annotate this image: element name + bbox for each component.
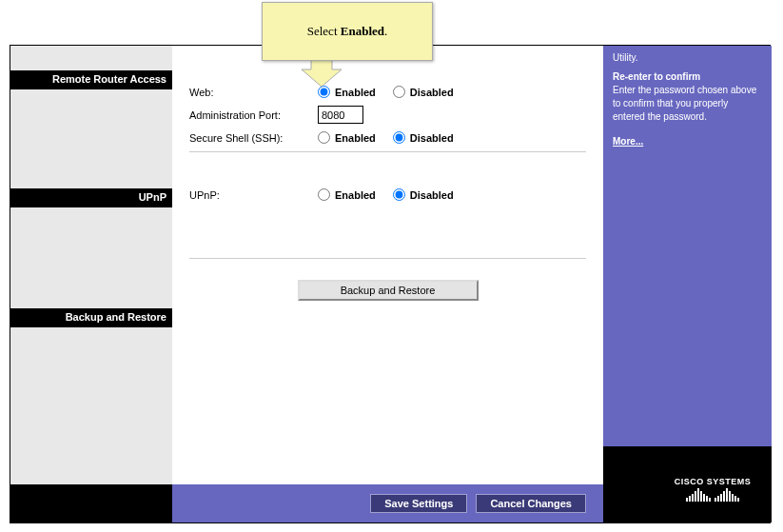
label-ssh: Secure Shell (SSH): bbox=[189, 132, 318, 144]
section-remote-router-access: Remote Router Access bbox=[10, 70, 172, 89]
divider-1 bbox=[189, 151, 586, 152]
form-area: Web: Enabled Disabled Administration Por… bbox=[172, 46, 603, 486]
help-panel: Utility. Re-enter to confirm Enter the p… bbox=[603, 46, 772, 486]
callout-bold: Enabled bbox=[341, 24, 384, 38]
label-ssh-enabled: Enabled bbox=[335, 132, 376, 144]
cancel-changes-button[interactable]: Cancel Changes bbox=[476, 494, 586, 513]
cisco-text: CISCO SYSTEMS bbox=[661, 477, 764, 486]
input-admin-port[interactable] bbox=[318, 106, 363, 124]
radio-ssh-disabled[interactable] bbox=[393, 131, 405, 144]
radio-ssh-enabled[interactable] bbox=[318, 131, 330, 144]
row-web: Web: Enabled Disabled bbox=[189, 86, 586, 98]
radio-web-enabled[interactable] bbox=[318, 86, 330, 98]
callout-arrow-icon bbox=[302, 60, 342, 87]
radio-upnp-disabled[interactable] bbox=[393, 188, 405, 201]
label-web: Web: bbox=[189, 87, 318, 98]
divider-2 bbox=[189, 258, 586, 259]
label-web-disabled: Disabled bbox=[410, 87, 454, 98]
section-backup-restore: Backup and Restore bbox=[10, 308, 172, 327]
label-upnp: UPnP: bbox=[189, 189, 318, 201]
label-ssh-disabled: Disabled bbox=[410, 132, 454, 144]
label-upnp-disabled: Disabled bbox=[410, 189, 454, 201]
label-web-enabled: Enabled bbox=[335, 87, 376, 98]
help-more-link[interactable]: More... bbox=[613, 135, 643, 148]
main-frame: Remote Router Access UPnP Backup and Res… bbox=[10, 45, 771, 523]
svg-marker-0 bbox=[302, 60, 342, 87]
save-settings-button[interactable]: Save Settings bbox=[370, 494, 467, 513]
callout-tooltip: Select Enabled. bbox=[262, 2, 433, 61]
help-line0: Utility. bbox=[613, 51, 762, 65]
cisco-logo: CISCO SYSTEMS bbox=[661, 477, 764, 502]
radio-web-disabled[interactable] bbox=[393, 86, 405, 98]
help-subhead: Re-enter to confirm bbox=[613, 70, 762, 84]
backup-restore-button[interactable]: Backup and Restore bbox=[298, 280, 479, 301]
radio-upnp-enabled[interactable] bbox=[318, 188, 330, 201]
brand-area: CISCO SYSTEMS bbox=[603, 446, 772, 522]
help-body: Enter the password chosen above to confi… bbox=[613, 84, 762, 124]
callout-prefix: Select bbox=[307, 24, 341, 38]
bottom-action-area: Save Settings Cancel Changes bbox=[172, 484, 603, 522]
left-column: Remote Router Access UPnP Backup and Res… bbox=[10, 46, 172, 522]
cisco-bridge-icon bbox=[661, 488, 764, 502]
callout-suffix: . bbox=[384, 24, 387, 38]
label-port: Administration Port: bbox=[189, 109, 318, 121]
label-upnp-enabled: Enabled bbox=[335, 189, 376, 201]
row-upnp: UPnP: Enabled Disabled bbox=[189, 188, 586, 201]
row-ssh: Secure Shell (SSH): Enabled Disabled bbox=[189, 131, 586, 144]
section-upnp: UPnP bbox=[10, 188, 172, 207]
row-port: Administration Port: bbox=[189, 106, 586, 124]
